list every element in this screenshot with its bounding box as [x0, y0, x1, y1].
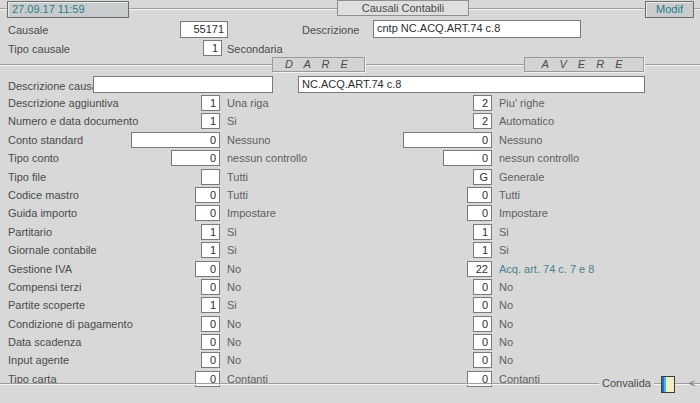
field-label: Gestione IVA	[8, 263, 72, 275]
field-row: Numero e data documento1Si2Automatico	[0, 112, 700, 130]
field-row: Codice mastro0Tutti0Tutti	[0, 186, 700, 204]
dare-value-text: No	[227, 354, 241, 366]
dare-value-input[interactable]: 0	[195, 261, 220, 277]
dare-value-text: Una riga	[227, 97, 269, 109]
avere-column-header: A V E R E	[524, 57, 644, 72]
dare-value-input[interactable]	[201, 169, 220, 185]
descrizione-causale-avere-input[interactable]: NC.ACQ.ART.74 c.8	[298, 76, 645, 93]
dare-column-header: D A R E	[272, 57, 365, 72]
dare-value-text: Impostare	[227, 207, 276, 219]
dare-value-text: Si	[227, 226, 237, 238]
tipo-causale-text: Secondaria	[227, 43, 283, 55]
field-row: Compensi terzi0No0No	[0, 278, 700, 296]
avere-value-text: Si	[499, 226, 509, 238]
avere-value-input[interactable]: 22	[467, 261, 492, 277]
dare-value-text: No	[227, 281, 241, 293]
dare-value-input[interactable]: 0	[201, 316, 220, 332]
dare-value-input[interactable]: 0	[195, 205, 220, 221]
field-label: Partitario	[8, 226, 52, 238]
dare-value-text: Tutti	[227, 189, 248, 201]
avere-value-text: nessun controllo	[499, 152, 579, 164]
tipo-causale-label: Tipo causale	[8, 43, 70, 55]
dare-value-text: nessun controllo	[227, 152, 307, 164]
field-label: Conto standard	[8, 134, 83, 146]
avere-value-input[interactable]: 0	[403, 132, 492, 148]
dare-value-input[interactable]: 0	[201, 279, 220, 295]
field-row: Tipo fileTuttiGGenerale	[0, 168, 700, 186]
descrizione-input[interactable]: cntp NC.ACQ.ART.74 c.8	[373, 20, 581, 38]
dare-value-input[interactable]: 0	[201, 334, 220, 350]
avere-value-text: No	[499, 318, 513, 330]
descrizione-causale-label: Descrizione causale	[8, 80, 106, 92]
field-label: Tipo file	[8, 171, 46, 183]
dare-value-text: Si	[227, 299, 237, 311]
modif-mode-button[interactable]: Modif	[645, 1, 694, 18]
dare-value-input[interactable]: 1	[201, 242, 220, 258]
avere-value-input[interactable]: 0	[467, 205, 492, 221]
dare-value-input[interactable]: 1	[201, 113, 220, 129]
descrizione-causale-dare-input[interactable]	[93, 76, 273, 93]
causale-label: Causale	[8, 24, 48, 36]
avere-value-text: Si	[499, 244, 509, 256]
dare-value-text: Tutti	[227, 171, 248, 183]
avere-value-input[interactable]: 0	[443, 150, 492, 166]
avere-value-input[interactable]: 0	[473, 316, 492, 332]
avere-value-text: Nessuno	[499, 134, 542, 146]
dare-value-input[interactable]: 1	[201, 224, 220, 240]
field-row: Conto standard0Nessuno0Nessuno	[0, 131, 700, 149]
avere-value-input[interactable]: 0	[473, 297, 492, 313]
field-label: Descrizione aggiuntiva	[8, 97, 119, 109]
field-row: Gestione IVA0No22Acq. art. 74 c. 7 e 8	[0, 260, 700, 278]
dare-value-text: Nessuno	[227, 134, 270, 146]
field-rows: Descrizione aggiuntiva1Una riga2Piu' rig…	[0, 94, 700, 388]
avere-value-text: No	[499, 354, 513, 366]
dare-value-input[interactable]: 0	[195, 187, 220, 203]
convalida-cursor-icon[interactable]	[661, 376, 675, 393]
avere-value-input[interactable]: 0	[473, 334, 492, 350]
field-label: Numero e data documento	[8, 115, 138, 127]
field-row: Partitario1Si1Si	[0, 223, 700, 241]
field-row: Guida importo0Impostare0Impostare	[0, 204, 700, 222]
descrizione-label: Descrizione	[302, 24, 359, 36]
avere-value-text: Impostare	[499, 207, 548, 219]
field-label: Partite scoperte	[8, 299, 85, 311]
avere-value-text: Tutti	[499, 189, 520, 201]
avere-value-input[interactable]: 0	[473, 352, 492, 368]
causale-input[interactable]: 55171	[180, 21, 228, 38]
avere-value-input[interactable]: 2	[473, 113, 492, 129]
dare-value-input[interactable]: 0	[201, 352, 220, 368]
field-row: Partite scoperte1Si0No	[0, 296, 700, 314]
avere-value-text: Piu' righe	[499, 97, 545, 109]
field-row: Giornale contabile1Si1Si	[0, 241, 700, 259]
dare-value-input[interactable]: 1	[201, 297, 220, 313]
convalida-button[interactable]: Convalida	[599, 377, 654, 389]
dare-value-text: Si	[227, 244, 237, 256]
field-label: Codice mastro	[8, 189, 79, 201]
avere-value-text: Generale	[499, 171, 544, 183]
field-row: Tipo conto0nessun controllo0nessun contr…	[0, 149, 700, 167]
avere-value-input[interactable]: 1	[473, 224, 492, 240]
avere-value-input[interactable]: 2	[473, 95, 492, 111]
field-row: Input agente0No0No	[0, 351, 700, 369]
field-label: Input agente	[8, 354, 69, 366]
back-arrow-icon: <	[689, 377, 695, 389]
field-row: Condizione di pagamento0No0No	[0, 315, 700, 333]
dare-value-text: No	[227, 336, 241, 348]
avere-value-text: No	[499, 299, 513, 311]
avere-value-text: No	[499, 336, 513, 348]
field-label: Condizione di pagamento	[8, 318, 133, 330]
avere-value-input[interactable]: G	[473, 169, 492, 185]
dare-value-input[interactable]: 1	[201, 95, 220, 111]
tipo-causale-input[interactable]: 1	[203, 40, 222, 56]
avere-value-text: Automatico	[499, 115, 554, 127]
avere-value-input[interactable]: 1	[473, 242, 492, 258]
field-row: Tipo carta0Contanti0Contanti	[0, 370, 700, 388]
avere-value-input[interactable]: 0	[473, 279, 492, 295]
field-row: Data scadenza0No0No	[0, 333, 700, 351]
field-label: Compensi terzi	[8, 281, 81, 293]
avere-value-input[interactable]: 0	[467, 187, 492, 203]
datetime-box: 27.09.17 11:59	[7, 1, 129, 18]
dare-value-input[interactable]: 0	[131, 132, 220, 148]
field-label: Guida importo	[8, 207, 77, 219]
dare-value-input[interactable]: 0	[171, 150, 220, 166]
